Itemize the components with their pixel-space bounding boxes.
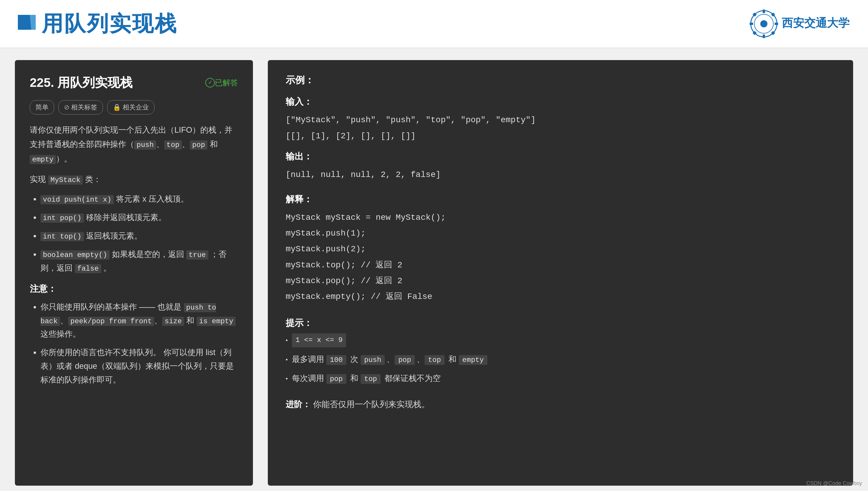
input-line1: ["MyStack", "push", "push", "top", "pop"… xyxy=(286,112,835,128)
hint-pop: pop xyxy=(395,355,415,365)
svg-rect-8 xyxy=(775,23,778,25)
hint-1: • 1 <= x <= 9 xyxy=(286,334,835,347)
code-top: top xyxy=(164,140,182,150)
svg-rect-5 xyxy=(763,9,765,13)
example-title: 示例： xyxy=(286,72,835,88)
hint-badge-1: 1 <= x <= 9 xyxy=(292,334,346,347)
hint-title: 提示： xyxy=(286,315,835,330)
solved-badge: 已解答 xyxy=(203,76,238,89)
note-2: 你所使用的语言也许不支持队列。 你可以使用 list（列表）或者 deque（双… xyxy=(40,346,238,387)
explanation-block: 解释： MyStack myStack = new MyStack(); myS… xyxy=(286,192,835,305)
svg-text:西安交通大学: 西安交通大学 xyxy=(782,17,849,29)
code-pop: pop xyxy=(190,140,207,150)
left-panel: 225. 用队列实现栈 已解答 简单 ⊘ 相关标签 🔒 相关企业 请你仅使用两个… xyxy=(15,60,253,486)
hint-pop2: pop xyxy=(327,374,346,384)
output-value: [null, null, null, 2, 2, false] xyxy=(286,167,835,182)
tags-row: 简单 ⊘ 相关标签 🔒 相关企业 xyxy=(30,100,238,114)
method-push: void push(int x) 将元素 x 压入栈顶。 xyxy=(40,193,238,206)
right-panel: 示例： 输入： ["MyStack", "push", "push", "top… xyxy=(268,60,853,486)
exp-line-2: myStack.push(1); xyxy=(286,225,835,241)
hint-top2: top xyxy=(361,374,381,384)
exp-line-5: myStack.pop(); // 返回 2 xyxy=(286,273,835,289)
hint-badge-100: 100 xyxy=(327,355,346,365)
exp-line-3: myStack.push(2); xyxy=(286,241,835,257)
problem-description: 请你仅使用两个队列实现一个后入先出（LIFO）的栈，并支持普通栈的全部四种操作（… xyxy=(30,123,238,166)
university-logo: 西安交通大学 xyxy=(749,9,850,39)
notes-list: 你只能使用队列的基本操作 —— 也就是 push to back、peek/po… xyxy=(30,300,238,387)
hint-3: • 每次调用 pop 和 top 都保证栈不为空 xyxy=(286,372,835,385)
explanation-label: 解释： xyxy=(286,192,835,207)
input-label: 输入： xyxy=(286,94,835,109)
advanced-text: 你能否仅用一个队列来实现栈。 xyxy=(313,400,430,409)
method-pop: int pop() 移除并返回栈顶元素。 xyxy=(40,211,238,225)
logo-svg: 西安交通大学 xyxy=(749,9,850,39)
hint-push: push xyxy=(361,355,385,365)
code-push: push xyxy=(134,140,156,150)
note-title: 注意： xyxy=(30,281,238,296)
tag-related-tags[interactable]: ⊘ 相关标签 xyxy=(58,100,103,114)
exp-line-1: MyStack myStack = new MyStack(); xyxy=(286,210,835,225)
exp-line-4: myStack.top(); // 返回 2 xyxy=(286,257,835,273)
output-label: 输出： xyxy=(286,149,835,164)
problem-title: 225. 用队列实现栈 xyxy=(30,72,133,93)
implement-label: 实现 MyStack 类： xyxy=(30,172,238,187)
problem-header: 225. 用队列实现栈 已解答 xyxy=(30,72,238,93)
main-content: 225. 用队列实现栈 已解答 简单 ⊘ 相关标签 🔒 相关企业 请你仅使用两个… xyxy=(0,48,868,491)
svg-rect-0 xyxy=(18,15,31,30)
header: 用队列实现栈 西安交通大学 xyxy=(0,0,868,48)
advanced-label: 进阶： xyxy=(286,400,311,409)
note-1: 你只能使用队列的基本操作 —— 也就是 push to back、peek/po… xyxy=(40,300,238,341)
hint-empty: empty xyxy=(459,355,487,365)
tag-easy[interactable]: 简单 xyxy=(30,100,54,114)
input-line2: [[], [1], [2], [], [], []] xyxy=(286,128,835,144)
methods-list: void push(int x) 将元素 x 压入栈顶。 int pop() 移… xyxy=(30,193,238,275)
method-empty: boolean empty() 如果栈是空的，返回 true ；否则，返回 fa… xyxy=(40,248,238,275)
svg-point-4 xyxy=(760,20,767,27)
page-title: 用队列实现栈 xyxy=(41,9,177,38)
hint-top: top xyxy=(425,355,445,365)
header-icon xyxy=(18,15,36,33)
hint-section: 提示： • 1 <= x <= 9 • 最多调用 100 次 push、pop、… xyxy=(286,315,835,385)
tag-related-companies[interactable]: 🔒 相关企业 xyxy=(107,100,155,114)
advanced-section: 进阶： 你能否仅用一个队列来实现栈。 xyxy=(286,397,835,412)
watermark: CSDN @Code Cowboy xyxy=(806,479,853,486)
code-mystack: MyStack xyxy=(48,175,83,185)
hint-2: • 最多调用 100 次 push、pop、top 和 empty xyxy=(286,353,835,366)
svg-rect-6 xyxy=(763,34,765,38)
method-top: int top() 返回栈顶元素。 xyxy=(40,229,238,243)
svg-rect-7 xyxy=(750,23,753,25)
code-empty: empty xyxy=(30,155,56,164)
exp-line-6: myStack.empty(); // 返回 False xyxy=(286,289,835,305)
